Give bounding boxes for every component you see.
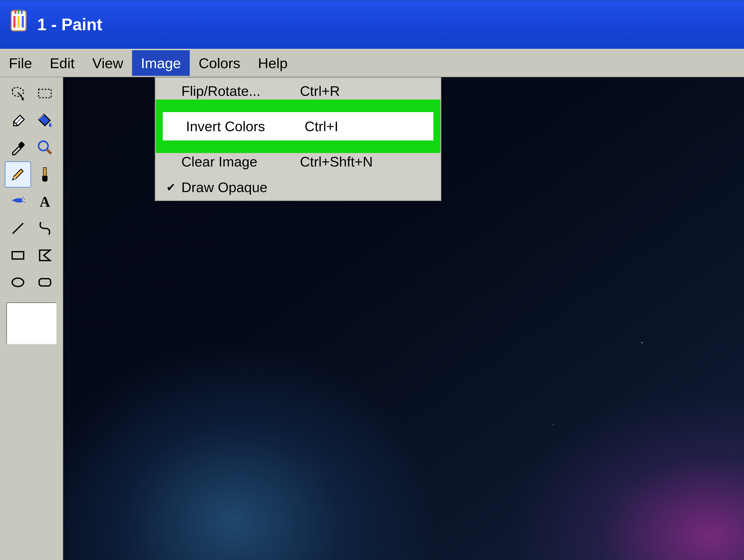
menu-item-label: Draw Opaque xyxy=(179,179,300,195)
svg-line-10 xyxy=(47,150,51,154)
svg-rect-20 xyxy=(12,252,24,259)
tool-pencil[interactable] xyxy=(5,161,31,187)
svg-rect-5 xyxy=(18,16,20,28)
menubar: File Edit View Image Colors Help xyxy=(0,49,744,77)
svg-text:A: A xyxy=(40,194,50,210)
menu-item-label: Invert Colors xyxy=(184,118,305,135)
tool-fill[interactable] xyxy=(32,107,58,134)
tool-polygon[interactable] xyxy=(32,242,58,268)
menu-item-label: Clear Image xyxy=(179,154,300,170)
tool-brush[interactable] xyxy=(32,161,58,187)
tool-ellipse[interactable] xyxy=(5,269,31,295)
menu-edit[interactable]: Edit xyxy=(41,50,83,76)
window-title: 1 - Paint xyxy=(37,15,102,34)
menu-view[interactable]: View xyxy=(83,50,132,76)
menu-item-invert-colors[interactable]: Invert Colors Ctrl+I xyxy=(163,112,433,141)
tool-curve[interactable] xyxy=(32,215,58,241)
titlebar[interactable]: 1 - Paint xyxy=(0,0,744,49)
svg-rect-12 xyxy=(43,168,46,176)
svg-rect-7 xyxy=(39,89,51,98)
tool-text[interactable]: A xyxy=(32,188,58,215)
paint-window: 1 - Paint File Edit View Image Colors He… xyxy=(0,0,744,560)
menu-item-shortcut: Ctrl+R xyxy=(300,83,440,99)
image-menu-dropdown: Flip/Rotate... Ctrl+R Invert Colors Ctrl… xyxy=(155,77,441,201)
tool-rounded-rectangle[interactable] xyxy=(32,269,58,295)
svg-rect-8 xyxy=(18,141,25,149)
menu-help[interactable]: Help xyxy=(249,50,297,76)
tool-free-form-select[interactable] xyxy=(5,80,31,107)
check-icon: ✔ xyxy=(163,181,179,194)
toolbox: A xyxy=(0,77,63,560)
tool-eyedropper[interactable] xyxy=(5,135,31,160)
svg-point-21 xyxy=(12,278,24,287)
svg-point-15 xyxy=(24,199,25,200)
svg-line-19 xyxy=(13,223,23,234)
svg-rect-13 xyxy=(17,198,22,202)
content-area: A xyxy=(0,77,744,560)
svg-rect-4 xyxy=(13,16,15,28)
app-icon xyxy=(7,9,30,40)
menu-colors[interactable]: Colors xyxy=(190,50,249,76)
svg-point-16 xyxy=(23,201,24,202)
svg-point-11 xyxy=(12,178,14,180)
svg-rect-6 xyxy=(22,16,24,28)
svg-point-9 xyxy=(39,141,48,151)
tool-magnifier[interactable] xyxy=(32,135,58,160)
tool-options-panel[interactable] xyxy=(6,302,57,344)
menu-item-label: Flip/Rotate... xyxy=(179,83,300,99)
svg-point-14 xyxy=(23,197,24,198)
tool-rectangle-select[interactable] xyxy=(32,80,58,107)
menu-item-clear-image[interactable]: Clear Image Ctrl+Shft+N xyxy=(156,149,440,175)
menu-item-shortcut: Ctrl+Shft+N xyxy=(300,154,440,170)
tool-line[interactable] xyxy=(5,215,31,241)
tool-eraser[interactable] xyxy=(5,107,31,134)
tool-rectangle[interactable] xyxy=(5,242,31,268)
menu-item-shortcut: Ctrl+I xyxy=(305,118,433,135)
tool-airbrush[interactable] xyxy=(5,188,31,215)
menu-item-draw-opaque[interactable]: ✔ Draw Opaque xyxy=(156,175,440,200)
svg-rect-22 xyxy=(39,278,51,286)
svg-point-17 xyxy=(24,202,25,203)
highlight-marker: Invert Colors Ctrl+I xyxy=(156,100,440,153)
menu-image[interactable]: Image xyxy=(132,50,190,76)
menu-file[interactable]: File xyxy=(0,50,41,76)
